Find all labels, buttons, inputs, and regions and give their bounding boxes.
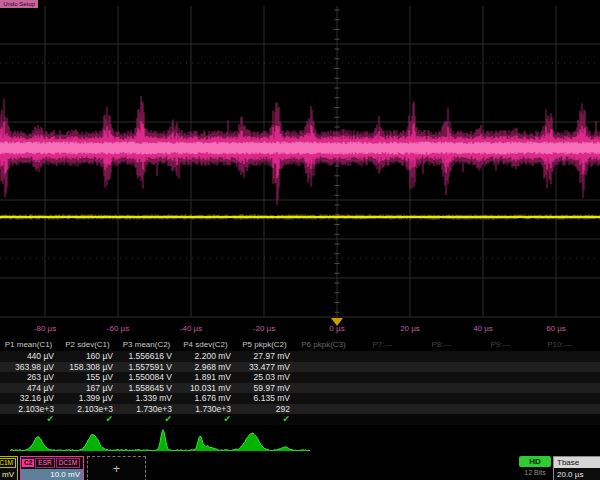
param-value bbox=[295, 393, 354, 404]
param-value: 2.103e+3 bbox=[59, 404, 118, 415]
param-value: 2.200 mV bbox=[177, 351, 236, 362]
x-tick-label: -80 µs bbox=[34, 324, 56, 333]
param-value: 33.477 mV bbox=[236, 362, 295, 373]
param-value: 1.891 mV bbox=[177, 372, 236, 383]
x-tick-label: 20 µs bbox=[400, 324, 420, 333]
param-value bbox=[295, 351, 354, 362]
x-tick-label: 40 µs bbox=[473, 324, 493, 333]
param-status-check-icon: ✔ bbox=[177, 414, 236, 425]
param-value bbox=[590, 372, 600, 383]
x-tick-label: 0 µs bbox=[329, 324, 344, 333]
param-value bbox=[472, 383, 531, 394]
param-value bbox=[413, 393, 472, 404]
param-value bbox=[472, 362, 531, 373]
c1-coupling-chip: DC1M bbox=[0, 458, 16, 468]
param-value: 1.558645 V bbox=[118, 383, 177, 394]
param-status-row: ✔✔✔✔✔ bbox=[0, 414, 600, 425]
param-value: 363.98 µV bbox=[0, 362, 59, 373]
timebase-title: Tbase bbox=[554, 457, 600, 468]
param-column-header[interactable]: P10:--- bbox=[531, 338, 590, 351]
param-value bbox=[531, 383, 590, 394]
c2-esr-badge: ESR bbox=[35, 458, 54, 468]
c1-scale-value: 10.0 mV bbox=[0, 469, 17, 480]
param-value bbox=[590, 393, 600, 404]
param-value bbox=[354, 404, 413, 415]
param-value bbox=[413, 351, 472, 362]
param-column-header[interactable]: P3 mean(C2) bbox=[118, 338, 177, 351]
channel2-descriptor[interactable]: C2 ESR DC1M 10.0 mV bbox=[20, 456, 84, 480]
param-value bbox=[354, 372, 413, 383]
param-value bbox=[531, 404, 590, 415]
param-value: 32.16 µV bbox=[0, 393, 59, 404]
x-tick-label: -60 µs bbox=[107, 324, 129, 333]
param-column-header[interactable]: P11 bbox=[590, 338, 600, 351]
undo-setup-button[interactable]: Undo Setup bbox=[0, 0, 38, 8]
param-value: 27.97 mV bbox=[236, 351, 295, 362]
param-value bbox=[531, 393, 590, 404]
param-value: 1.730e+3 bbox=[177, 404, 236, 415]
param-column-header[interactable]: P8:--- bbox=[413, 338, 472, 351]
param-column-header[interactable]: P9:--- bbox=[472, 338, 531, 351]
timebase-descriptor[interactable]: Tbase 20.0 µs bbox=[553, 456, 600, 480]
param-value: 1.557591 V bbox=[118, 362, 177, 373]
param-value bbox=[590, 383, 600, 394]
param-status-check-icon bbox=[413, 414, 472, 425]
param-value bbox=[531, 362, 590, 373]
param-status-check-icon: ✔ bbox=[59, 414, 118, 425]
param-value: 440 µV bbox=[0, 351, 59, 362]
param-status-check-icon: ✔ bbox=[118, 414, 177, 425]
param-value bbox=[472, 404, 531, 415]
param-column-header[interactable]: P6 pkpk(C3) bbox=[295, 338, 354, 351]
param-stat-row-num: 2.103e+32.103e+31.730e+31.730e+3292 bbox=[0, 404, 600, 415]
channel1-descriptor[interactable]: DC1M 10.0 mV bbox=[0, 456, 18, 480]
measurement-table: P1 mean(C1)P2 sdev(C1)P3 mean(C2)P4 sdev… bbox=[0, 338, 600, 425]
param-value bbox=[295, 404, 354, 415]
param-value bbox=[354, 351, 413, 362]
param-value: 10.031 mV bbox=[177, 383, 236, 394]
param-stat-row-sdev: 32.16 µV1.399 µV1.339 mV1.676 mV6.135 mV bbox=[0, 393, 600, 404]
param-stat-row-mean: 363.98 µV158.308 µV1.557591 V2.968 mV33.… bbox=[0, 362, 600, 373]
param-value: 1.556616 V bbox=[118, 351, 177, 362]
param-value bbox=[295, 383, 354, 394]
param-value: 2.103e+3 bbox=[0, 404, 59, 415]
param-status-check-icon bbox=[472, 414, 531, 425]
param-value bbox=[413, 372, 472, 383]
param-value bbox=[354, 362, 413, 373]
param-value bbox=[295, 362, 354, 373]
param-value: 263 µV bbox=[0, 372, 59, 383]
add-trace-button[interactable]: + bbox=[87, 456, 146, 480]
param-value bbox=[590, 351, 600, 362]
hd-bits-label: 12 Bits bbox=[517, 469, 553, 476]
param-value bbox=[413, 404, 472, 415]
param-value: 6.135 mV bbox=[236, 393, 295, 404]
param-column-header[interactable]: P4 sdev(C2) bbox=[177, 338, 236, 351]
param-value: 1.399 µV bbox=[59, 393, 118, 404]
param-value: 158.308 µV bbox=[59, 362, 118, 373]
param-status-check-icon bbox=[295, 414, 354, 425]
param-value: 1.676 mV bbox=[177, 393, 236, 404]
param-value: 25.03 mV bbox=[236, 372, 295, 383]
param-stat-row-min: 263 µV155 µV1.550084 V1.891 mV25.03 mV bbox=[0, 372, 600, 383]
c2-scale-value: 10.0 mV bbox=[21, 469, 83, 480]
param-value: 167 µV bbox=[59, 383, 118, 394]
param-value: 1.550084 V bbox=[118, 372, 177, 383]
param-value bbox=[295, 372, 354, 383]
param-value bbox=[590, 404, 600, 415]
param-value bbox=[354, 383, 413, 394]
c2-label-chip: C2 bbox=[22, 459, 34, 467]
param-stat-row-max: 474 µV167 µV1.558645 V10.031 mV59.97 mV bbox=[0, 383, 600, 394]
param-value bbox=[472, 351, 531, 362]
timebase-value: 20.0 µs bbox=[554, 468, 600, 480]
param-column-header[interactable]: P7:--- bbox=[354, 338, 413, 351]
param-value: 292 bbox=[236, 404, 295, 415]
param-status-check-icon bbox=[531, 414, 590, 425]
param-status-check-icon bbox=[590, 414, 600, 425]
param-value: 1.730e+3 bbox=[118, 404, 177, 415]
param-value: 2.968 mV bbox=[177, 362, 236, 373]
c2-coupling-chip: DC1M bbox=[56, 458, 80, 468]
param-value: 155 µV bbox=[59, 372, 118, 383]
param-column-header[interactable]: P1 mean(C1) bbox=[0, 338, 59, 351]
param-value bbox=[413, 383, 472, 394]
param-column-header[interactable]: P5 pkpk(C2) bbox=[236, 338, 295, 351]
param-column-header[interactable]: P2 sdev(C1) bbox=[59, 338, 118, 351]
